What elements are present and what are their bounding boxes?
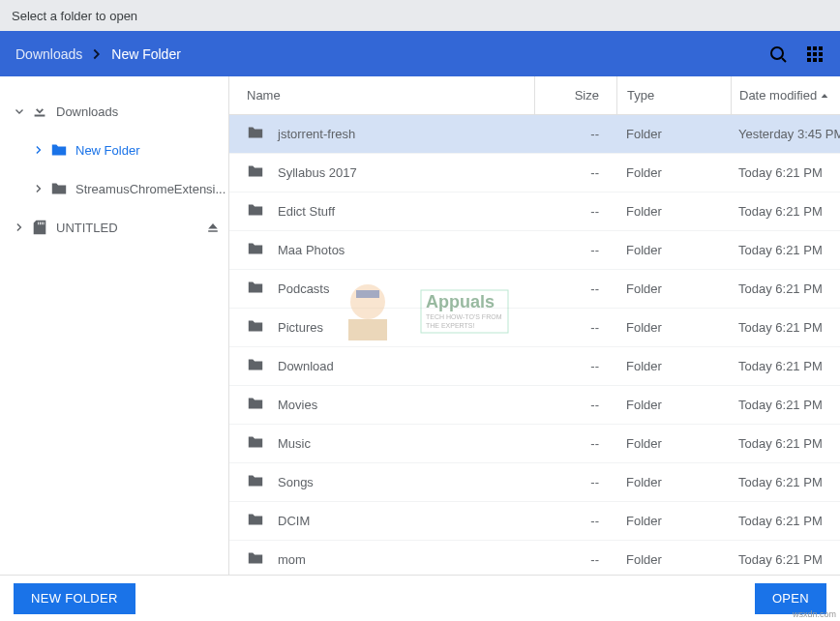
row-type: Folder	[616, 552, 731, 567]
row-date: Today 6:21 PM	[731, 165, 840, 180]
row-name: Music	[278, 436, 311, 451]
sidebar-item-label: Downloads	[56, 104, 228, 119]
column-size[interactable]: Size	[534, 76, 616, 114]
eject-icon[interactable]	[205, 220, 221, 235]
chevron-right-icon	[88, 45, 105, 63]
sidebar-item-label: New Folder	[75, 143, 228, 158]
row-size: --	[534, 127, 616, 141]
table-row[interactable]: Podcasts--FolderToday 6:21 PM	[229, 270, 840, 309]
row-date: Today 6:21 PM	[731, 359, 840, 373]
sidebar-item[interactable]: Downloads	[0, 92, 228, 131]
folder-icon	[247, 201, 264, 222]
row-size: --	[534, 398, 616, 412]
row-type: Folder	[616, 436, 731, 451]
row-size: --	[534, 243, 616, 257]
new-folder-button[interactable]: NEW FOLDER	[14, 583, 135, 614]
row-size: --	[534, 436, 616, 451]
watermark-text: wsxdn.com	[793, 609, 836, 619]
sidebar-item-label: UNTITLED	[56, 221, 205, 235]
row-name: Maa Photos	[278, 243, 345, 257]
row-date: Today 6:21 PM	[731, 514, 840, 528]
search-icon[interactable]	[768, 44, 788, 64]
footer-bar: NEW FOLDER OPEN	[0, 575, 840, 621]
row-date: Today 6:21 PM	[731, 204, 840, 219]
row-type: Folder	[616, 320, 731, 335]
row-type: Folder	[616, 514, 731, 528]
row-type: Folder	[616, 398, 731, 412]
chevron-right-icon[interactable]	[12, 221, 27, 234]
row-date: Yesterday 3:45 PM	[731, 127, 840, 141]
row-name: Songs	[278, 475, 314, 489]
row-name: Movies	[278, 398, 317, 412]
sidebar-item[interactable]: UNTITLED	[0, 208, 228, 247]
table-row[interactable]: Movies--FolderToday 6:21 PM	[229, 386, 840, 425]
folder-icon	[247, 279, 264, 299]
table-row[interactable]: DCIM--FolderToday 6:21 PM	[229, 502, 840, 541]
sidebar-item[interactable]: StreamusChromeExtensi...	[0, 169, 228, 208]
folder-icon	[247, 356, 264, 376]
folder-icon	[247, 433, 264, 454]
sidebar-item[interactable]: New Folder	[0, 131, 228, 169]
breadcrumb-item[interactable]: New Folder	[111, 46, 181, 62]
folder-icon	[247, 163, 264, 183]
row-name: Download	[278, 359, 334, 373]
table-row[interactable]: Songs--FolderToday 6:21 PM	[229, 463, 840, 502]
row-date: Today 6:21 PM	[731, 475, 840, 489]
chevron-right-icon[interactable]	[31, 143, 46, 157]
table-row[interactable]: jstorrent-fresh--FolderYesterday 3:45 PM	[229, 115, 840, 154]
row-size: --	[534, 165, 616, 180]
row-date: Today 6:21 PM	[731, 243, 840, 257]
row-size: --	[534, 281, 616, 296]
column-headers: Name Size Type Date modified	[229, 76, 840, 115]
folder-icon	[247, 472, 264, 492]
row-type: Folder	[616, 204, 731, 219]
sidebar: DownloadsNew FolderStreamusChromeExtensi…	[0, 76, 229, 575]
row-name: Syllabus 2017	[278, 165, 357, 180]
row-name: mom	[278, 552, 306, 567]
download-icon	[31, 103, 48, 120]
column-date[interactable]: Date modified	[731, 76, 840, 114]
folder-icon	[247, 240, 264, 260]
folder-icon	[247, 395, 264, 415]
window-title: Select a folder to open	[12, 9, 137, 23]
table-row[interactable]: Music--FolderToday 6:21 PM	[229, 425, 840, 463]
table-row[interactable]: Edict Stuff--FolderToday 6:21 PM	[229, 192, 840, 231]
header-bar: Downloads New Folder	[0, 31, 840, 76]
table-row[interactable]: Syllabus 2017--FolderToday 6:21 PM	[229, 154, 840, 192]
file-list: Name Size Type Date modified jstorrent-f…	[229, 76, 840, 575]
chevron-down-icon[interactable]	[12, 104, 27, 118]
row-type: Folder	[616, 359, 731, 373]
row-name: DCIM	[278, 514, 310, 528]
sort-up-icon	[819, 90, 830, 102]
chevron-right-icon[interactable]	[31, 182, 46, 195]
column-type[interactable]: Type	[616, 76, 731, 114]
row-name: Edict Stuff	[278, 204, 335, 219]
grid-view-icon[interactable]	[805, 44, 825, 64]
row-name: jstorrent-fresh	[278, 127, 355, 141]
column-name[interactable]: Name	[229, 88, 534, 103]
row-name: Pictures	[278, 320, 323, 335]
row-size: --	[534, 320, 616, 335]
table-row[interactable]: mom--FolderToday 6:21 PM	[229, 541, 840, 575]
row-name: Podcasts	[278, 281, 329, 296]
row-date: Today 6:21 PM	[731, 436, 840, 451]
table-row[interactable]: Download--FolderToday 6:21 PM	[229, 347, 840, 386]
folder-icon	[50, 180, 68, 197]
row-type: Folder	[616, 127, 731, 141]
row-size: --	[534, 359, 616, 373]
folder-icon	[247, 511, 264, 531]
folder-icon	[247, 549, 264, 570]
row-size: --	[534, 204, 616, 219]
table-row[interactable]: Pictures--FolderToday 6:21 PM	[229, 309, 840, 347]
table-row[interactable]: Maa Photos--FolderToday 6:21 PM	[229, 231, 840, 270]
row-size: --	[534, 514, 616, 528]
row-size: --	[534, 552, 616, 567]
folder-icon	[247, 124, 264, 144]
sd-card-icon	[31, 219, 48, 236]
row-date: Today 6:21 PM	[731, 320, 840, 335]
row-date: Today 6:21 PM	[731, 281, 840, 296]
row-size: --	[534, 475, 616, 489]
sidebar-item-label: StreamusChromeExtensi...	[75, 182, 228, 196]
row-date: Today 6:21 PM	[731, 552, 840, 567]
breadcrumb-item[interactable]: Downloads	[15, 46, 82, 62]
